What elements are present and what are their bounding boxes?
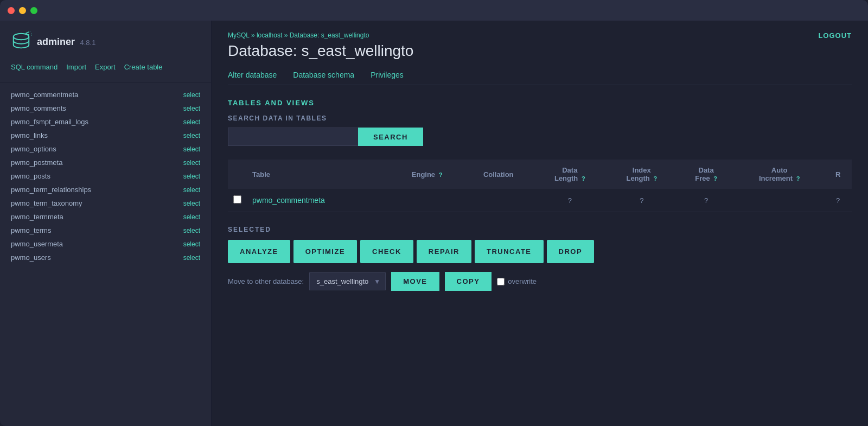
move-row: Move to other database: s_east_wellingto… — [228, 272, 852, 291]
row-auto-increment — [735, 189, 824, 212]
row-data-free: ? — [678, 189, 735, 212]
close-icon[interactable] — [8, 7, 15, 14]
sidebar-table-name: pwmo_options — [11, 145, 56, 153]
sidebar-table-item[interactable]: pwmo_posts select — [0, 169, 211, 183]
overwrite-label: overwrite — [497, 277, 537, 285]
row-checkbox[interactable] — [233, 195, 241, 204]
sidebar-table-item[interactable]: pwmo_commentmeta select — [0, 88, 211, 101]
search-label: SEARCH DATA IN TABLES — [228, 115, 852, 122]
row-table-link[interactable]: pwmo_commentmeta — [252, 196, 325, 205]
main-content: MySQL » localhost » Database: s_east_wel… — [212, 21, 868, 426]
th-r: R — [824, 160, 852, 189]
sidebar-table-select[interactable]: select — [183, 118, 200, 126]
th-engine: Engine ? — [391, 160, 463, 189]
th-collation: Collation — [463, 160, 534, 189]
minimize-icon[interactable] — [19, 7, 26, 14]
search-area: SEARCH DATA IN TABLES SEARCH — [228, 115, 852, 146]
breadcrumb-mysql[interactable]: MySQL — [228, 31, 250, 39]
app-body: <? adminer 4.8.1 SQL command Import Expo… — [0, 21, 868, 426]
main-header: MySQL » localhost » Database: s_east_wel… — [228, 31, 852, 60]
sidebar-table-select[interactable]: select — [183, 132, 200, 139]
db-select[interactable]: s_east_wellingto — [309, 272, 386, 290]
sidebar-nav: SQL command Import Export Create table — [0, 63, 211, 82]
sidebar-nav-sql[interactable]: SQL command — [11, 63, 58, 71]
sidebar-table-select[interactable]: select — [183, 200, 200, 207]
sidebar-table-name: pwmo_posts — [11, 172, 50, 180]
sidebar-table-select[interactable]: select — [183, 159, 200, 167]
analyze-button[interactable]: ANALYZE — [228, 240, 290, 263]
sidebar: <? adminer 4.8.1 SQL command Import Expo… — [0, 21, 212, 426]
sidebar-table-item[interactable]: pwmo_termmeta select — [0, 210, 211, 224]
truncate-button[interactable]: TRUNCATE — [475, 240, 544, 263]
adminer-logo-icon: <? — [11, 31, 31, 52]
table-row: pwmo_commentmeta ? ? ? ? — [228, 189, 852, 212]
row-collation — [463, 189, 534, 212]
breadcrumb-sep1: » — [251, 31, 257, 39]
row-r: ? — [824, 189, 852, 212]
sidebar-table-name: pwmo_term_taxonomy — [11, 199, 82, 207]
sidebar-table-item[interactable]: pwmo_fsmpt_email_logs select — [0, 115, 211, 129]
search-row: SEARCH — [228, 128, 852, 146]
drop-button[interactable]: DROP — [547, 240, 595, 263]
sidebar-table-select[interactable]: select — [183, 254, 200, 262]
action-buttons: ANALYZE OPTIMIZE CHECK REPAIR TRUNCATE D… — [228, 240, 852, 263]
sidebar-table-item[interactable]: pwmo_terms select — [0, 224, 211, 237]
title-bar — [0, 0, 868, 21]
th-data-free: DataFree ? — [678, 160, 735, 189]
overwrite-checkbox[interactable] — [497, 278, 505, 285]
db-select-wrapper: s_east_wellingto ▼ — [309, 272, 386, 290]
sidebar-table-select[interactable]: select — [183, 173, 200, 180]
selected-title: SELECTED — [228, 226, 852, 233]
search-input[interactable] — [228, 128, 358, 146]
sidebar-table-item[interactable]: pwmo_comments select — [0, 101, 211, 115]
sidebar-table-item[interactable]: pwmo_options select — [0, 142, 211, 156]
sidebar-nav-create-table[interactable]: Create table — [124, 63, 163, 71]
row-data-length: ? — [534, 189, 606, 212]
tab-alter-database[interactable]: Alter database — [228, 71, 277, 79]
sidebar-table-select[interactable]: select — [183, 91, 200, 99]
sidebar-table-item[interactable]: pwmo_links select — [0, 129, 211, 142]
breadcrumb-localhost[interactable]: localhost — [257, 31, 282, 39]
th-index-length: IndexLength ? — [606, 160, 678, 189]
tab-privileges[interactable]: Privileges — [371, 71, 404, 79]
sidebar-table-select[interactable]: select — [183, 240, 200, 248]
sidebar-table-name: pwmo_terms — [11, 226, 51, 234]
row-checkbox-cell — [228, 189, 247, 212]
sidebar-table-name: pwmo_commentmeta — [11, 91, 78, 99]
sidebar-table-select[interactable]: select — [183, 213, 200, 221]
sidebar-table-name: pwmo_users — [11, 253, 51, 262]
repair-button[interactable]: REPAIR — [417, 240, 471, 263]
sidebar-nav-import[interactable]: Import — [66, 63, 86, 71]
sidebar-table-select[interactable]: select — [183, 145, 200, 153]
move-label: Move to other database: — [228, 277, 304, 285]
copy-button[interactable]: COPY — [445, 272, 492, 291]
search-button[interactable]: SEARCH — [358, 128, 423, 146]
sidebar-table-select[interactable]: select — [183, 105, 200, 112]
row-engine — [391, 189, 463, 212]
sidebar-table-name: pwmo_term_relationships — [11, 186, 91, 194]
check-button[interactable]: CHECK — [360, 240, 413, 263]
breadcrumb-db: Database: s_east_wellingto — [290, 31, 369, 39]
sidebar-table-item[interactable]: pwmo_usermeta select — [0, 237, 211, 251]
main-tabs: Alter database Database schema Privilege… — [228, 71, 852, 85]
sidebar-table-item[interactable]: pwmo_term_relationships select — [0, 183, 211, 196]
optimize-button[interactable]: OPTIMIZE — [293, 240, 357, 263]
tables-section-title: TABLES AND VIEWS — [228, 99, 852, 107]
page-title: Database: s_east_wellingto — [228, 42, 413, 60]
sidebar-table-select[interactable]: select — [183, 227, 200, 234]
move-button[interactable]: MOVE — [391, 272, 439, 291]
sidebar-table-item[interactable]: pwmo_term_taxonomy select — [0, 196, 211, 210]
sidebar-table-name: pwmo_usermeta — [11, 240, 63, 248]
table-header-row: Table Engine ? Collation DataLength ? In… — [228, 160, 852, 189]
sidebar-table-select[interactable]: select — [183, 186, 200, 194]
app-name: adminer 4.8.1 — [37, 36, 95, 48]
sidebar-table-name: pwmo_termmeta — [11, 213, 63, 221]
logout-button[interactable]: LOGOUT — [818, 31, 852, 40]
tables-section: TABLES AND VIEWS SEARCH DATA IN TABLES S… — [228, 99, 852, 212]
sidebar-table-name: pwmo_links — [11, 131, 48, 139]
maximize-icon[interactable] — [30, 7, 37, 14]
sidebar-nav-export[interactable]: Export — [95, 63, 116, 71]
sidebar-table-item[interactable]: pwmo_postmeta select — [0, 156, 211, 169]
tab-database-schema[interactable]: Database schema — [293, 71, 354, 79]
sidebar-table-item[interactable]: pwmo_users select — [0, 251, 211, 264]
